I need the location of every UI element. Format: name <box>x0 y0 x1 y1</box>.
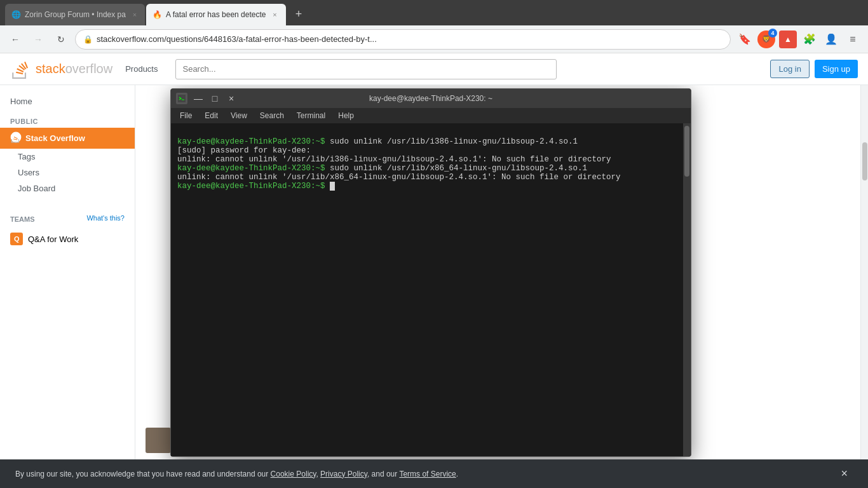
cmd-2: sudo unlink /usr/lib/x86_64-linux-gnu/li… <box>325 164 588 173</box>
terminal-titlebar: — □ × kay-dee@kaydee-ThinkPad-X230: ~ <box>171 89 691 108</box>
terminal-scrollbar[interactable] <box>683 123 691 456</box>
search-input[interactable] <box>175 59 557 79</box>
svg-point-0 <box>11 132 22 143</box>
tab-bar: 🌐 Zorin Group Forum • Index pa × 🔥 A fat… <box>5 0 308 25</box>
svg-text:Q: Q <box>14 235 20 243</box>
sidebar-item-users[interactable]: Users <box>0 165 135 180</box>
cookie-text: By using our site, you acknowledge that … <box>15 470 458 478</box>
header-buttons: Log in Sign up <box>770 60 858 78</box>
user-avatar <box>146 428 171 453</box>
menu-button[interactable]: ≡ <box>844 30 862 48</box>
sidebar: Home PUBLIC Stack Overflow Tags Users Jo… <box>0 85 135 488</box>
bookmark-button[interactable]: 🔖 <box>736 30 754 48</box>
output-3: unlink: cannot unlink '/usr/lib/x86_64-l… <box>177 173 621 182</box>
terminal-menu-view[interactable]: View <box>224 109 254 122</box>
new-tab-button[interactable]: + <box>290 5 308 23</box>
back-button[interactable]: ← <box>6 30 24 48</box>
terminal-icon <box>176 93 187 104</box>
teams-what-link[interactable]: What's this? <box>86 214 125 222</box>
terminal-win-close[interactable]: × <box>223 90 240 107</box>
brave-shield[interactable]: 🦁 4 <box>757 30 775 48</box>
vpn-icon[interactable]: ▲ <box>779 30 797 48</box>
login-button[interactable]: Log in <box>770 60 809 78</box>
address-bar-row: ← → ↻ 🔒 stackoverflow.com/questions/6448… <box>0 25 868 53</box>
teams-section: TEAMS What's this? <box>0 209 135 229</box>
terminal-win-max[interactable]: □ <box>207 90 223 107</box>
sidebar-item-tags[interactable]: Tags <box>0 149 135 165</box>
signup-button[interactable]: Sign up <box>815 60 858 78</box>
tab-1-favicon: 🌐 <box>11 10 21 19</box>
output-2: unlink: cannot unlink '/usr/lib/i386-lin… <box>177 155 611 164</box>
cookie-close-button[interactable]: × <box>836 467 853 480</box>
so-icon-small <box>10 132 22 145</box>
tab-1-title: Zorin Group Forum • Index pa <box>25 10 126 19</box>
tab-1[interactable]: 🌐 Zorin Group Forum • Index pa × <box>5 4 145 25</box>
forward-button[interactable]: → <box>29 30 47 48</box>
qa-work-label: Q&A for Work <box>28 234 78 244</box>
cmd-1: sudo unlink /usr/lib/i386-linux-gnu/libs… <box>325 137 578 146</box>
sidebar-item-home[interactable]: Home <box>0 93 135 110</box>
extensions-button[interactable]: 🧩 <box>801 30 818 48</box>
terminal-title: kay-dee@kaydee-ThinkPad-X230: ~ <box>369 94 492 103</box>
content-area: — □ × kay-dee@kaydee-ThinkPad-X230: ~ Fi… <box>135 85 860 488</box>
shield-badge: 4 <box>768 29 777 37</box>
terminal-scrollbar-thumb <box>684 126 689 177</box>
so-logo-svg <box>10 59 31 79</box>
terminal-menu-terminal[interactable]: Terminal <box>290 109 332 122</box>
qa-work-item[interactable]: Q Q&A for Work <box>0 229 135 249</box>
tab-2-favicon: 🔥 <box>153 10 162 19</box>
terminal-body: kay-dee@kaydee-ThinkPad-X230:~$ sudo unl… <box>171 123 683 456</box>
prompt-2: kay-dee@kaydee-ThinkPad-X230:~$ <box>177 164 325 173</box>
terminal-cursor <box>330 182 335 191</box>
cookie-banner: By using our site, you acknowledge that … <box>0 459 868 488</box>
output-1: [sudo] password for kay-dee: <box>177 146 311 155</box>
right-scrollbar[interactable] <box>860 85 868 488</box>
terminal-menu-search[interactable]: Search <box>254 109 290 122</box>
address-bar[interactable]: 🔒 stackoverflow.com/questions/6448163/a-… <box>75 29 731 50</box>
scrollbar-thumb <box>862 142 867 180</box>
sidebar-item-jobs[interactable]: Job Board <box>0 180 135 196</box>
so-search <box>175 59 557 79</box>
terminal-window[interactable]: — □ × kay-dee@kaydee-ThinkPad-X230: ~ Fi… <box>170 88 691 457</box>
address-text: stackoverflow.com/questions/6448163/a-fa… <box>97 34 722 44</box>
terminal-menu-edit[interactable]: Edit <box>198 109 224 122</box>
privacy-policy-link[interactable]: Privacy Policy <box>320 470 367 478</box>
main-content: Home PUBLIC Stack Overflow Tags Users Jo… <box>0 85 868 488</box>
terminal-menu-file[interactable]: File <box>173 109 198 122</box>
tab-1-close[interactable]: × <box>130 10 140 20</box>
so-header: stackoverflow Products Log in Sign up <box>0 53 868 85</box>
products-label[interactable]: Products <box>120 64 163 74</box>
lock-icon: 🔒 <box>83 35 93 44</box>
tab-2-close[interactable]: × <box>269 10 280 20</box>
prompt-1: kay-dee@kaydee-ThinkPad-X230:~$ <box>177 137 325 146</box>
page-wrapper: stackoverflow Products Log in Sign up Ho… <box>0 53 868 488</box>
so-logo-text: stackoverflow <box>36 62 112 76</box>
browser-chrome: 🌐 Zorin Group Forum • Index pa × 🔥 A fat… <box>0 0 868 25</box>
sidebar-so-label: Stack Overflow <box>25 133 85 143</box>
sidebar-section-public: PUBLIC <box>0 110 135 128</box>
terms-link[interactable]: Terms of Service <box>399 470 456 478</box>
sidebar-item-stackoverflow[interactable]: Stack Overflow <box>0 128 135 149</box>
terminal-menu-help[interactable]: Help <box>332 109 360 122</box>
terminal-win-min[interactable]: — <box>190 90 207 107</box>
profile-button[interactable]: 👤 <box>822 30 840 48</box>
teams-title: TEAMS <box>10 215 35 223</box>
browser-actions: 🔖 🦁 4 ▲ 🧩 👤 ≡ <box>736 30 862 48</box>
reload-button[interactable]: ↻ <box>52 30 70 48</box>
tab-2[interactable]: 🔥 A fatal error has been detecte × <box>146 4 286 25</box>
tab-2-title: A fatal error has been detecte <box>166 10 266 19</box>
prompt-3: kay-dee@kaydee-ThinkPad-X230:~$ <box>177 182 325 191</box>
terminal-menubar: File Edit View Search Terminal Help <box>171 108 691 123</box>
qa-work-icon: Q <box>10 233 23 245</box>
cookie-policy-link[interactable]: Cookie Policy <box>271 470 316 478</box>
so-logo[interactable]: stackoverflow <box>10 59 112 79</box>
